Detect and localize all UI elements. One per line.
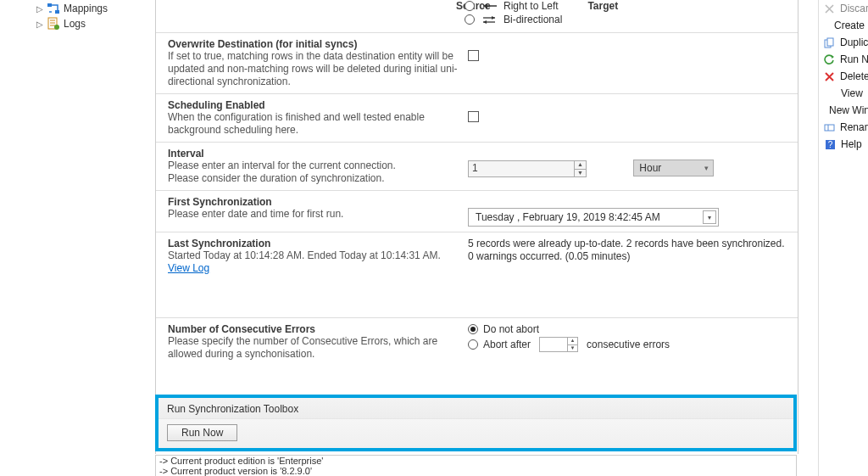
- cmd-delete[interactable]: Delete: [819, 68, 868, 85]
- cmd-label: Create: [834, 20, 865, 31]
- expander-icon[interactable]: ▷: [36, 20, 43, 28]
- log-output: -> Current product edition is 'Enterpris…: [155, 455, 797, 476]
- rename-icon: [824, 121, 835, 133]
- cmd-help[interactable]: ? Help: [819, 136, 868, 153]
- direction-option-rtl[interactable]: Right to Left: [465, 0, 562, 12]
- interval-title: Interval: [168, 148, 465, 160]
- first-sync-desc: Please enter date and time for first run…: [168, 208, 465, 221]
- tree-pane: ▷ Mappings ▷ Logs: [0, 0, 144, 476]
- cmd-label: Help: [841, 138, 862, 150]
- svg-rect-14: [827, 38, 833, 46]
- errors-title: Number of Consecutive Errors: [168, 323, 465, 335]
- cmd-duplicate[interactable]: Duplicate: [819, 34, 868, 51]
- scheduling-title: Scheduling Enabled: [168, 99, 465, 111]
- first-sync-date-text: Tuesday , February 19, 2019 8:42:45 AM: [476, 211, 660, 223]
- svg-marker-12: [483, 20, 487, 24]
- errors-noabort-label: Do not abort: [483, 323, 539, 335]
- view-log-link[interactable]: View Log: [168, 262, 209, 274]
- last-sync-desc: Started Today at 10:14:28 AM. Ended Toda…: [168, 249, 465, 275]
- svg-point-6: [54, 25, 59, 30]
- first-sync-title: First Synchronization: [168, 196, 465, 208]
- chevron-down-icon: ▾: [699, 160, 713, 176]
- overwrite-checkbox[interactable]: [468, 50, 479, 61]
- refresh-icon: [824, 53, 835, 65]
- log-line: -> Current product version is '8.2.9.0': [159, 466, 793, 476]
- command-pane: Discard Create Duplicate Run Now Delete …: [818, 0, 868, 476]
- last-sync-row: Last Synchronization Started Today at 10…: [156, 232, 798, 280]
- interval-unit-combo[interactable]: Hour ▾: [633, 160, 714, 176]
- first-sync-row: First Synchronization Please enter date …: [156, 191, 798, 232]
- interval-spinner[interactable]: 1 ▲▼: [468, 160, 587, 177]
- cmd-view[interactable]: View: [819, 85, 868, 102]
- cmd-label: Duplicate: [840, 36, 868, 48]
- calendar-dropdown-icon[interactable]: ▾: [703, 210, 716, 224]
- tree-item-label: Mappings: [64, 3, 108, 14]
- errors-abort-prefix: Abort after: [483, 339, 531, 350]
- last-sync-title: Last Synchronization: [168, 238, 465, 249]
- arrow-left-icon: [480, 1, 498, 11]
- svg-marker-8: [483, 3, 487, 8]
- cmd-label: New Window: [829, 104, 868, 116]
- discard-icon: [824, 3, 835, 14]
- delete-icon: [824, 70, 835, 82]
- svg-rect-16: [825, 125, 834, 131]
- direction-row: Source Right to Left: [156, 0, 798, 33]
- cmd-label: Discard: [840, 3, 868, 14]
- toolbox-title: Run Synchronization Toolbox: [159, 398, 793, 419]
- target-label: Target: [587, 0, 618, 12]
- last-sync-desc-text: Started Today at 10:14:28 AM. Ended Toda…: [168, 249, 441, 261]
- cmd-run-now[interactable]: Run Now: [819, 51, 868, 68]
- svg-marker-10: [492, 16, 495, 20]
- overwrite-desc: If set to true, matching rows in the dat…: [168, 50, 465, 88]
- tree-item-mappings[interactable]: ▷ Mappings: [3, 2, 141, 17]
- cmd-label: Run Now: [840, 53, 868, 65]
- svg-marker-15: [832, 55, 834, 59]
- cmd-create[interactable]: Create: [819, 17, 868, 34]
- errors-option-abort[interactable]: Abort after ▲▼ consecutive errors: [468, 337, 789, 352]
- blank-icon: [824, 87, 836, 99]
- interval-row: Interval Please enter an interval for th…: [156, 143, 798, 191]
- duplicate-icon: [824, 36, 835, 48]
- interval-desc1: Please enter an interval for the current…: [168, 160, 465, 172]
- run-sync-toolbox: Run Synchronization Toolbox Run Now: [155, 395, 797, 451]
- first-sync-datetime[interactable]: Tuesday , February 19, 2019 8:42:45 AM ▾: [468, 208, 719, 227]
- spinner-arrows[interactable]: ▲▼: [574, 161, 586, 176]
- tree-item-logs[interactable]: ▷ Logs: [3, 17, 141, 32]
- cmd-new-window[interactable]: New Window: [819, 102, 868, 119]
- errors-option-noabort[interactable]: Do not abort: [468, 323, 789, 335]
- direction-option-label: Bi-directional: [504, 14, 562, 25]
- log-line: -> Current product edition is 'Enterpris…: [159, 456, 793, 466]
- errors-row: Number of Consecutive Errors Please spec…: [156, 317, 798, 366]
- scheduling-row: Scheduling Enabled When the configuratio…: [156, 94, 798, 143]
- cmd-label: View: [841, 87, 863, 99]
- logs-icon: [47, 17, 60, 31]
- svg-rect-0: [47, 3, 52, 7]
- overwrite-title: Overwrite Destination (for initial syncs…: [168, 38, 465, 50]
- cmd-rename[interactable]: Rename: [819, 119, 868, 136]
- errors-count-spinner[interactable]: ▲▼: [539, 337, 578, 352]
- errors-abort-suffix: consecutive errors: [587, 339, 670, 350]
- radio-icon: [468, 324, 478, 334]
- direction-option-label: Right to Left: [504, 0, 559, 12]
- direction-option-bidir[interactable]: Bi-directional: [465, 14, 562, 25]
- radio-icon: [465, 14, 475, 25]
- interval-value: 1: [469, 161, 574, 176]
- scheduling-checkbox[interactable]: [468, 111, 479, 122]
- mappings-icon: [47, 2, 60, 15]
- radio-icon: [468, 339, 478, 350]
- blank-icon: [824, 20, 829, 31]
- last-sync-result: 5 records were already up-to-date. 2 rec…: [468, 238, 789, 263]
- run-now-button[interactable]: Run Now: [167, 424, 237, 441]
- cmd-discard[interactable]: Discard: [819, 0, 868, 17]
- errors-desc: Please specify the number of Consecutive…: [168, 335, 465, 361]
- scheduling-desc: When the configuration is finished and w…: [168, 111, 465, 137]
- overwrite-row: Overwrite Destination (for initial syncs…: [156, 33, 798, 94]
- interval-unit: Hour: [634, 161, 699, 175]
- help-icon: ?: [824, 138, 836, 150]
- arrows-both-icon: [480, 14, 498, 25]
- interval-desc2: Please consider the duration of synchron…: [168, 172, 465, 185]
- cmd-label: Rename: [840, 121, 868, 133]
- cmd-label: Delete: [840, 70, 868, 82]
- main-scroll-region: Source Right to Left: [155, 0, 798, 454]
- expander-icon[interactable]: ▷: [36, 5, 43, 13]
